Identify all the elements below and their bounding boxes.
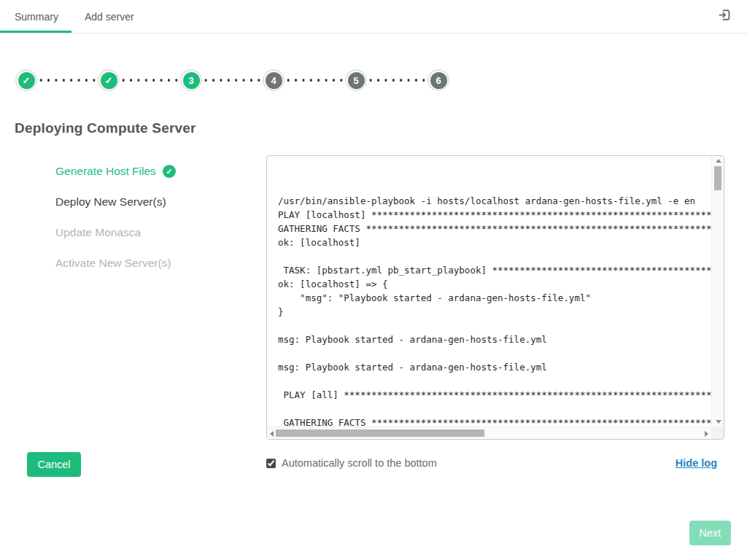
step-circle: ✓ [15,69,37,91]
playbook-label: Generate Host Files [55,165,156,178]
stepper-dotted-connector [367,69,427,91]
stepper-step: ✓ [37,69,120,91]
horizontal-scroll-thumb[interactable] [276,429,484,437]
autoscroll-label: Automatically scroll to the bottom [282,457,437,469]
horizontal-scrollbar[interactable] [267,427,711,439]
stepper-dotted-connector [37,69,98,91]
stepper-step: ✓ 6 [367,69,449,91]
step-circle: ✓ 6 [427,69,449,91]
playbook-item: Generate Host Files [55,163,176,179]
playbook-item: Update Monasca [55,225,176,241]
cancel-button[interactable]: Cancel [27,452,81,477]
scrollbar-corner [711,427,724,439]
exit-button[interactable] [703,0,747,33]
scroll-left-arrow-icon[interactable] [270,431,274,437]
playbook-label: Activate New Server(s) [55,257,171,270]
log-text: /usr/bin/ansible-playbook -i hosts/local… [267,156,711,427]
progress-stepper: ✓ ✓ ✓ [15,69,449,91]
autoscroll-checkbox[interactable] [266,459,276,468]
step-circle: ✓ 4 [263,69,285,91]
playbook-label: Deploy New Server(s) [55,195,166,209]
step-number: 5 [353,75,358,86]
page-title: Deploying Compute Server [15,120,196,136]
check-icon: ✓ [23,76,31,85]
stepper-dotted-connector [285,69,345,91]
autoscroll-option: Automatically scroll to the bottom [266,457,437,469]
playbook-item: Deploy New Server(s) [55,194,176,210]
vertical-scrollbar[interactable] [711,156,724,427]
scroll-up-arrow-icon[interactable] [716,159,721,163]
check-icon: ✓ [105,76,113,85]
check-icon [163,165,176,178]
step-circle: ✓ 5 [345,69,367,91]
scroll-down-arrow-icon[interactable] [716,420,721,424]
scroll-right-arrow-icon[interactable] [705,431,708,437]
top-tab-bar: Summary Add server [0,0,747,34]
stepper-dotted-connector [202,69,263,91]
tab-summary[interactable]: Summary [0,0,71,33]
stepper-step: ✓ [15,69,37,91]
log-controls-row: Automatically scroll to the bottom Hide … [266,457,717,469]
tab-add-server[interactable]: Add server [71,0,147,33]
stepper-dotted-connector [120,69,180,91]
log-output-box[interactable]: /usr/bin/ansible-playbook -i hosts/local… [266,155,724,440]
add-server-wizard: Summary Add server ✓ [0,0,747,560]
stepper-step: ✓ 5 [285,69,367,91]
step-circle: ✓ [98,69,120,91]
playbook-label: Update Monasca [55,226,141,239]
step-circle: ✓ 3 [180,69,202,91]
step-number: 3 [188,75,193,86]
hide-log-link[interactable]: Hide log [676,457,717,469]
step-number: 4 [271,75,276,86]
stepper-step: ✓ 3 [120,69,202,91]
vertical-scroll-thumb[interactable] [714,166,721,190]
playbook-status-list: Generate Host Files Deploy New Server(s)… [55,163,176,286]
next-button[interactable]: Next [689,521,731,545]
step-number: 6 [436,75,441,86]
exit-icon [718,8,732,25]
stepper-step: ✓ 4 [202,69,285,91]
header-spacer [147,0,703,33]
playbook-item: Activate New Server(s) [55,255,176,271]
